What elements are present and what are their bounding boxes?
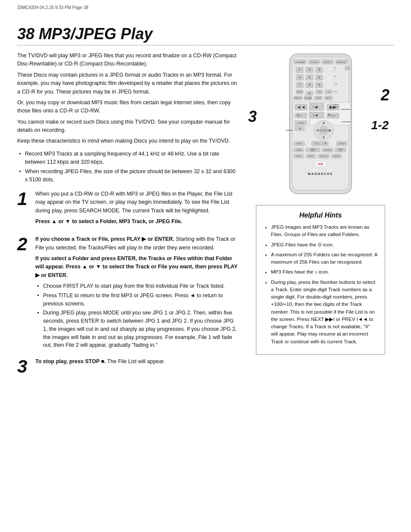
step-2-bold-block: If you select a Folder and press ENTER, … [35,255,239,280]
step-1: 1 When you put a CD-RW or CD-R with MP3 … [17,190,239,229]
hint-3: A maximum of 255 Folders can be recogniz… [271,251,378,266]
hint-2: JPEG Files have the ⊙ icon. [271,241,378,249]
svg-text:ZOOM: ZOOM [316,97,321,99]
svg-text:+10: +10 [327,91,330,93]
svg-text:8: 8 [308,83,310,87]
svg-text:7: 7 [299,83,301,87]
svg-text:II: II [297,113,299,116]
step-1-content: When you put a CD-RW or CD-R with MP3 or… [35,190,239,229]
hint-1: JPEG images and MP3 Tracks are known as … [271,224,378,239]
svg-text:NEXT▶▶: NEXT▶▶ [305,97,312,99]
svg-text:+: + [334,85,335,87]
step-1-bold: Press ▲ or ▼ to select a Folder, MP3 Tra… [35,218,239,226]
svg-text:-: - [334,93,335,95]
svg-text:SLEEP: SLEEP [297,91,303,93]
svg-text:SLOW: SLOW [331,115,336,117]
svg-text:MAGNAVOX: MAGNAVOX [308,172,333,176]
step-3-bold-prefix: To stop play, press STOP ■. [35,358,106,364]
svg-text:RETURN: RETURN [339,143,345,145]
remote-wrapper: 2 3 1-2 PROGRAM PICTURE SELECT DW [256,52,385,198]
remote-label-2: 2 [381,86,389,104]
svg-text:PICTURE: PICTURE [311,61,318,63]
svg-text:ENTER: ENTER [320,129,327,132]
step-2: 2 If you choose a Track or File, press P… [17,235,239,351]
intro-bullet-1: Record MP3 Tracks at a sampling frequenc… [19,150,239,166]
svg-text:DWNLOAD: DWNLOAD [337,61,346,63]
hints-list: JPEG images and MP3 Tracks are known as … [263,224,378,345]
svg-text:6: 6 [318,75,320,79]
intro-p5: Keep these characteristics in mind when … [17,137,239,145]
svg-text:SELECT: SELECT [324,61,331,63]
svg-text:5: 5 [308,75,310,79]
svg-text:SUBTITLE: SUBTITLE [320,156,328,157]
svg-text:-: - [334,78,335,80]
svg-text:1: 1 [299,68,301,72]
page-title: 38 MP3/JPEG Play [17,25,394,43]
intro-paragraphs: The TV/DVD will play MP3 or JPEG files t… [17,52,239,146]
svg-text:AB: AB [339,150,341,152]
svg-text:AUDIO: AUDIO [308,156,314,157]
hint-5: During play, press the Number buttons to… [271,279,378,345]
svg-text:◄: ◄ [299,127,301,130]
remote-svg: PROGRAM PICTURE SELECT DWNLOAD ▲ 1 2 3 C… [256,52,385,198]
svg-text:0: 0 [308,91,310,95]
intro-p2: These Discs may contain pictures in a JP… [17,71,239,96]
step-3-content: To stop play, press STOP ■. The File Lis… [35,358,239,368]
svg-text:ANGLE: ANGLE [334,156,339,157]
svg-text:PLAY: PLAY [312,106,317,108]
step-2-intro-bold: If you choose a Track or File, press PLA… [35,236,174,242]
page-container: 20MC4204 04.2.25 9:33 PM Page 38 38 MP3/… [0,0,411,532]
intro-bullet-2: When recording JPEG Files, the size of t… [19,168,239,184]
svg-text:3: 3 [318,68,320,72]
remote-label-1-2: 1-2 [371,118,389,132]
svg-text:PROGRAM: PROGRAM [296,61,305,63]
svg-text:PREV◄◄: PREV◄◄ [294,97,302,99]
main-layout: The TV/DVD will play MP3 or JPEG files t… [17,52,394,383]
svg-text:▼: ▼ [322,136,325,140]
step-3-number: 3 [17,358,30,376]
hint-4: MP3 Files have the ♪ icon. [271,268,378,276]
step-2-sub-3: During JPEG play, press MODE until you s… [37,309,239,349]
intro-p1: The TV/DVD will play MP3 or JPEG files t… [17,52,239,68]
section-divider [17,45,394,46]
step-2-intro: If you choose a Track or File, press PLA… [35,235,239,252]
svg-text:▲: ▲ [327,112,330,116]
step-2-sub-1: Choose FIRST PLAY to start play from the… [37,282,239,290]
svg-text:DVD: DVD [318,163,323,165]
svg-text:REPEAT: REPEAT [324,149,331,151]
svg-text:▲: ▲ [347,68,349,69]
svg-text:▶: ▶ [329,128,332,132]
svg-text:◄◄: ◄◄ [296,105,305,109]
step-2-content: If you choose a Track or File, press PLA… [35,235,239,351]
svg-text:CLEAR: CLEAR [296,149,302,151]
step-1-text: When you put a CD-RW or CD-R with MP3 or… [35,190,239,215]
svg-text:MODE: MODE [311,150,315,152]
step-3-text: To stop play, press STOP ■. The File Lis… [35,358,239,366]
step-2-number: 2 [17,235,30,253]
svg-text:DISC: DISC [334,104,338,106]
step-3: 3 To stop play, press STOP ■. The File L… [17,358,239,376]
step-2-sub-2: Press TITLE to return to the first MP3 o… [37,292,239,308]
svg-text:+: + [334,69,335,72]
svg-text:9: 9 [318,83,320,87]
svg-text:▲: ▲ [322,121,325,124]
right-column: 2 3 1-2 PROGRAM PICTURE SELECT DW [247,52,394,383]
header-meta: 20MC4204 04.2.25 9:33 PM Page 38 [17,5,88,10]
svg-text:DISPLAY: DISPLAY [298,122,305,124]
svg-text:MODE: MODE [296,156,301,157]
remote-label-3: 3 [248,108,257,126]
intro-p3: Or, you may copy or download MP3 music f… [17,99,239,115]
svg-text:+100: +100 [317,91,321,93]
svg-text:TITLE: TITLE [315,143,319,145]
svg-text:SETUP: SETUP [297,143,302,145]
hints-title: Helpful Hints [263,212,378,219]
intro-p4: You cannot make or record such Discs usi… [17,118,239,135]
svg-text:4: 4 [299,75,301,79]
svg-text:2: 2 [308,68,310,72]
svg-text:▼: ▼ [324,142,327,145]
svg-text:◄: ◄ [316,128,319,132]
hints-box: Helpful Hints JPEG images and MP3 Tracks… [256,205,385,355]
step-2-sub-bullets: Choose FIRST PLAY to start play from the… [35,282,239,349]
svg-text:MENU: MENU [334,106,339,108]
svg-text:MUTE: MUTE [326,97,331,99]
